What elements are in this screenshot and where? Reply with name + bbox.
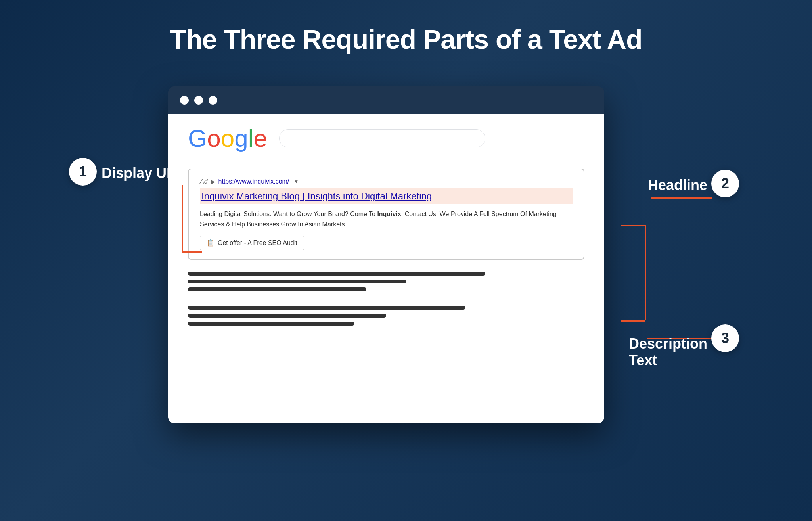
ad-url-chevron: ▼ bbox=[294, 179, 299, 184]
connector-line-2-horizontal bbox=[651, 197, 712, 199]
browser-dot-2 bbox=[194, 96, 203, 105]
browser-content: Google Ad ▶ https://www.inquivix.com/ ▼ … bbox=[168, 114, 604, 423]
sitelink-icon: 📋 bbox=[207, 239, 214, 247]
connector-line-1-vertical bbox=[182, 185, 183, 252]
connector-line-1-horizontal bbox=[182, 251, 202, 253]
content-line bbox=[188, 280, 406, 283]
browser-titlebar bbox=[168, 86, 604, 114]
google-letter-o1: o bbox=[207, 125, 220, 152]
badge-3: 3 bbox=[711, 324, 739, 352]
badge-2: 2 bbox=[711, 170, 739, 197]
browser-dot-3 bbox=[209, 96, 217, 105]
ad-description: Leading Digital Solutions. Want to Grow … bbox=[200, 209, 573, 229]
google-letter-o2: o bbox=[221, 125, 234, 152]
browser-window: Google Ad ▶ https://www.inquivix.com/ ▼ … bbox=[168, 86, 604, 423]
google-search-bar[interactable] bbox=[279, 129, 485, 147]
ad-arrow: ▶ bbox=[211, 178, 215, 185]
content-line bbox=[188, 287, 366, 291]
google-letter-e: e bbox=[253, 125, 267, 152]
badge-1: 1 bbox=[69, 158, 97, 186]
content-line-group-1 bbox=[188, 272, 584, 291]
connector-line-3-bottom-h bbox=[621, 320, 645, 322]
content-line bbox=[188, 314, 386, 318]
annotation-label-display-url: Display URL bbox=[102, 165, 186, 182]
content-line bbox=[188, 306, 465, 310]
annotation-label-description: DescriptionText bbox=[629, 335, 707, 369]
diagram-area: Google Ad ▶ https://www.inquivix.com/ ▼ … bbox=[69, 79, 743, 495]
content-line bbox=[188, 272, 485, 276]
ad-sitelink[interactable]: 📋 Get offer - A Free SEO Audit bbox=[200, 236, 304, 250]
connector-line-3-vertical bbox=[645, 225, 646, 320]
browser-dot-1 bbox=[180, 96, 189, 105]
content-line bbox=[188, 322, 354, 326]
annotation-label-headline: Headline bbox=[648, 177, 707, 193]
google-logo: Google bbox=[188, 126, 267, 151]
ad-label: Ad bbox=[200, 178, 208, 185]
sitelink-text: Get offer - A Free SEO Audit bbox=[218, 239, 297, 247]
google-letter-g: G bbox=[188, 125, 207, 152]
ad-headline-text: Inquivix Marketing Blog | Insights into … bbox=[201, 191, 432, 201]
badge-1-number: 1 bbox=[79, 163, 87, 180]
google-letter-l: l bbox=[248, 125, 254, 152]
google-search-area: Google bbox=[188, 126, 584, 159]
content-line-group-2 bbox=[188, 306, 584, 326]
page-title: The Three Required Parts of a Text Ad bbox=[170, 24, 642, 55]
ad-result-box: Ad ▶ https://www.inquivix.com/ ▼ Inquivi… bbox=[188, 169, 584, 260]
ad-url: https://www.inquivix.com/ bbox=[218, 178, 289, 185]
badge-3-number: 3 bbox=[721, 330, 729, 347]
content-lines bbox=[188, 272, 584, 326]
badge-2-number: 2 bbox=[721, 175, 729, 192]
ad-headline-highlight: Inquivix Marketing Blog | Insights into … bbox=[200, 188, 573, 204]
connector-line-3-top-h bbox=[621, 225, 645, 226]
ad-url-row: Ad ▶ https://www.inquivix.com/ ▼ bbox=[200, 178, 573, 185]
google-letter-g2: g bbox=[234, 125, 248, 152]
